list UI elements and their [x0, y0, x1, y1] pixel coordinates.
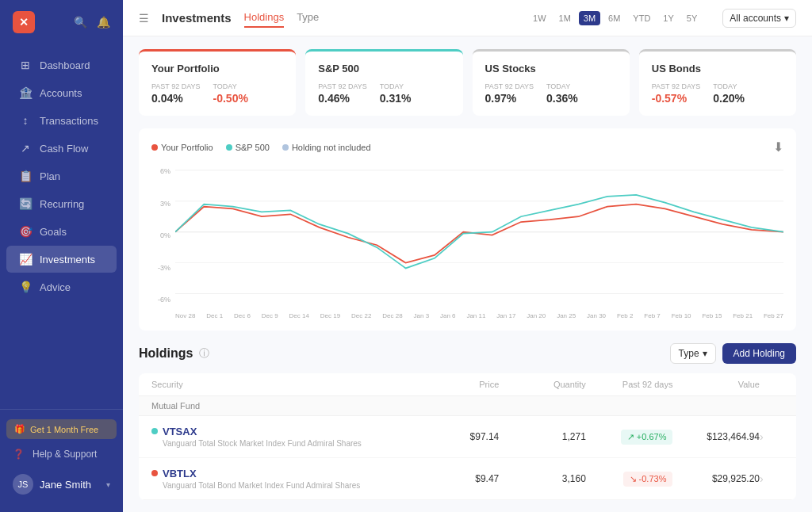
time-filter-1Y[interactable]: 1Y: [658, 11, 678, 25]
sidebar-item-cashflow[interactable]: ↗Cash Flow: [6, 135, 117, 162]
badge-vtsax: ↗ +0.67%: [621, 430, 673, 445]
desc-vbtlx: Vanguard Total Bond Market Index Fund Ad…: [163, 481, 360, 490]
mutual-fund-section-label: Mutual Fund: [139, 396, 796, 416]
sidebar-item-recurring[interactable]: 🔄Recurring: [6, 190, 117, 217]
price-vbtlx: $9.47: [412, 473, 500, 484]
holdings-header: Holdings ⓘ Type ▾ Add Holding: [139, 343, 796, 364]
chevron-icon-vbtlx[interactable]: ›: [760, 472, 783, 485]
value-vtsax: $123,464.94: [672, 431, 760, 442]
sidebar-item-label: Investments: [40, 254, 95, 266]
ticker-vbtlx[interactable]: VBTLX: [163, 468, 360, 480]
table-row[interactable]: VBTLX Vanguard Total Bond Market Index F…: [139, 458, 796, 500]
sidebar-item-transactions[interactable]: ↕Transactions: [6, 107, 117, 134]
chart-legend: Your Portfolio S&P 500 Holding not inclu…: [151, 139, 783, 155]
table-row[interactable]: VTSAX Vanguard Total Stock Market Index …: [139, 416, 796, 458]
badge-vbtlx: ↘ -0.73%: [623, 472, 673, 487]
portfolio-card-sp500: S&P 500 PAST 92 DAYS 0.46% TODAY 0.31%: [305, 49, 462, 116]
sidebar-item-investments[interactable]: 📈Investments: [6, 246, 117, 273]
card-today-sp500: TODAY 0.31%: [380, 82, 412, 105]
col-value: Value: [672, 380, 760, 389]
chart-container: Your Portfolio S&P 500 Holding not inclu…: [139, 128, 796, 331]
user-section[interactable]: JS Jane Smith ▾: [0, 466, 123, 502]
card-today-val-portfolio: -0.50%: [213, 92, 248, 105]
holdings-section: Holdings ⓘ Type ▾ Add Holding Security P…: [139, 343, 796, 500]
sidebar-bottom: 🎁 Get 1 Month Free ❓ Help & Support JS J…: [0, 409, 123, 512]
y-label-neg3: -3%: [151, 264, 170, 272]
portfolio-card-us_stocks: US Stocks PAST 92 DAYS 0.97% TODAY 0.36%: [473, 49, 630, 116]
holdings-controls: Type ▾ Add Holding: [670, 343, 796, 364]
menu-icon[interactable]: ☰: [139, 12, 149, 25]
chart-svg: [175, 164, 783, 311]
desc-vtsax: Vanguard Total Stock Market Index Fund A…: [163, 439, 362, 448]
investments-nav-icon: 📈: [19, 253, 32, 266]
time-filter-1W[interactable]: 1W: [528, 11, 551, 25]
sidebar-nav: ⊞Dashboard🏦Accounts↕Transactions↗Cash Fl…: [0, 44, 123, 409]
legend-portfolio-label: Your Portfolio: [161, 143, 213, 152]
time-filter-3M[interactable]: 3M: [579, 11, 600, 25]
card-today-val-sp500: 0.31%: [380, 92, 412, 105]
card-past92-val-sp500: 0.46%: [318, 92, 367, 105]
card-today-portfolio: TODAY -0.50%: [213, 82, 248, 105]
accounts-dropdown[interactable]: All accounts ▾: [722, 9, 796, 28]
y-label-neg6: -6%: [151, 296, 170, 304]
time-filter-1M[interactable]: 1M: [554, 11, 576, 25]
sidebar-item-goals[interactable]: 🎯Goals: [6, 218, 117, 245]
col-price: Price: [412, 380, 500, 389]
gift-icon: 🎁: [14, 424, 25, 434]
type-dropdown[interactable]: Type ▾: [670, 343, 716, 364]
y-axis: 6% 3% 0% -3% -6%: [151, 164, 175, 319]
card-metrics-portfolio: PAST 92 DAYS 0.04% TODAY -0.50%: [151, 82, 283, 105]
legend-not-included-dot: [282, 144, 289, 151]
portfolio-card-us_bonds: US Bonds PAST 92 DAYS -0.57% TODAY 0.20%: [639, 49, 796, 116]
advice-nav-icon: 💡: [19, 281, 32, 293]
search-icon[interactable]: 🔍: [74, 16, 87, 29]
price-vtsax: $97.14: [412, 431, 500, 442]
transactions-nav-icon: ↕: [19, 114, 32, 127]
chevron-icon-vtsax[interactable]: ›: [760, 430, 783, 443]
y-label-0: 0%: [151, 231, 170, 239]
sidebar-item-label: Dashboard: [40, 59, 90, 71]
download-icon[interactable]: ⬇: [773, 139, 783, 155]
info-icon[interactable]: ⓘ: [199, 346, 209, 361]
sidebar-item-plan[interactable]: 📋Plan: [6, 162, 117, 189]
portfolio-card-portfolio: Your Portfolio PAST 92 DAYS 0.04% TODAY …: [139, 49, 296, 116]
get-free-label: Get 1 Month Free: [30, 425, 98, 434]
sidebar-item-advice[interactable]: 💡Advice: [6, 273, 117, 300]
get-free-badge[interactable]: 🎁 Get 1 Month Free: [6, 419, 117, 439]
main-content: ☰ Investments Holdings Type 1W1M3M6MYTD1…: [123, 0, 812, 512]
time-filters: 1W1M3M6MYTD1Y5Y: [528, 11, 702, 25]
time-filter-6M[interactable]: 6M: [603, 11, 625, 25]
recurring-nav-icon: 🔄: [19, 197, 32, 210]
help-support-item[interactable]: ❓ Help & Support: [0, 442, 123, 466]
quantity-vbtlx: 3,160: [499, 473, 586, 484]
legend-sp500-dot: [226, 144, 232, 151]
card-today-us_bonds: TODAY 0.20%: [713, 82, 745, 105]
sidebar-logo-area: ✕ 🔍 🔔: [0, 0, 123, 44]
card-today-val-us_stocks: 0.36%: [546, 92, 578, 105]
legend-not-included-label: Holding not included: [292, 143, 371, 152]
bell-icon[interactable]: 🔔: [97, 16, 110, 29]
sidebar-item-label: Plan: [40, 170, 60, 182]
past92-vtsax: ↗ +0.67%: [586, 430, 673, 445]
sidebar-item-dashboard[interactable]: ⊞Dashboard: [6, 52, 117, 78]
card-metrics-us_bonds: PAST 92 DAYS -0.57% TODAY 0.20%: [652, 82, 783, 105]
holding-color-dot: [151, 428, 158, 434]
logo-icon[interactable]: ✕: [13, 11, 35, 33]
ticker-vtsax[interactable]: VTSAX: [163, 426, 362, 437]
time-filter-5Y[interactable]: 5Y: [682, 11, 702, 25]
portfolio-cards: Your Portfolio PAST 92 DAYS 0.04% TODAY …: [139, 49, 796, 116]
card-title-portfolio: Your Portfolio: [151, 63, 283, 75]
accounts-nav-icon: 🏦: [19, 86, 32, 99]
y-label-6: 6%: [151, 167, 170, 175]
tab-type[interactable]: Type: [297, 8, 319, 28]
add-holding-button[interactable]: Add Holding: [722, 343, 796, 364]
sidebar-item-accounts[interactable]: 🏦Accounts: [6, 79, 117, 106]
legend-portfolio-dot: [151, 144, 158, 151]
y-label-3: 3%: [151, 200, 170, 208]
sidebar-item-label: Goals: [40, 226, 67, 238]
tab-holdings[interactable]: Holdings: [244, 8, 285, 28]
cashflow-nav-icon: ↗: [19, 142, 32, 155]
time-filter-YTD[interactable]: YTD: [628, 11, 655, 25]
arrow-up-icon: ↗: [627, 432, 634, 442]
page-title: Investments: [162, 11, 232, 25]
